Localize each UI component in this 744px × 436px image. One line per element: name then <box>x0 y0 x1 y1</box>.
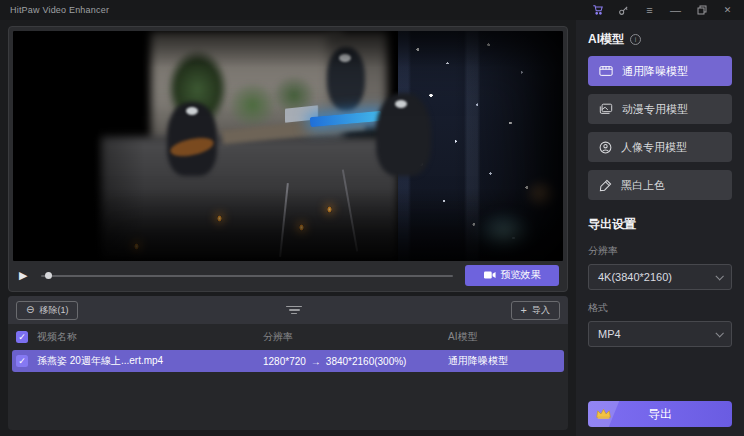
arrow-right-icon: → <box>311 356 321 367</box>
film-frame-icon <box>599 65 613 77</box>
remove-icon: ⊖ <box>26 305 34 315</box>
table-row[interactable]: ✓ 孫燕姿 20週年線上...ert.mp4 1280*720→3840*216… <box>12 350 564 372</box>
progress-track[interactable] <box>41 275 453 278</box>
minimize-icon[interactable]: — <box>669 4 682 17</box>
model-label: 通用降噪模型 <box>622 64 688 79</box>
preview-effect-label: 预览效果 <box>501 268 541 282</box>
ai-models-title: AI模型 <box>588 31 624 48</box>
row-model: 通用降噪模型 <box>448 354 560 368</box>
model-label: 人像专用模型 <box>621 140 687 155</box>
close-icon[interactable]: ✕ <box>721 4 734 17</box>
resolution-value: 4K(3840*2160) <box>598 271 672 283</box>
key-icon[interactable] <box>617 4 630 17</box>
cart-icon[interactable] <box>591 4 604 17</box>
model-button-colorize[interactable]: 黑白上色 <box>588 170 732 200</box>
import-label: 导入 <box>532 304 550 317</box>
file-list-toolbar: ⊖ 移除(1) + 导入 <box>8 296 568 324</box>
chevron-down-icon <box>715 272 723 280</box>
video-camera-icon <box>484 270 496 280</box>
model-button-general-denoise[interactable]: 通用降噪模型 <box>588 56 732 86</box>
model-button-anime[interactable]: 动漫专用模型 <box>588 94 732 124</box>
resolution-to: 3840*2160(300%) <box>326 356 407 367</box>
model-label: 动漫专用模型 <box>622 102 688 117</box>
import-button[interactable]: + 导入 <box>511 301 560 320</box>
column-header-model: AI模型 <box>448 330 560 344</box>
row-filename: 孫燕姿 20週年線上...ert.mp4 <box>37 354 263 368</box>
row-resolution: 1280*720→3840*2160(300%) <box>263 356 448 367</box>
collapse-handle-icon[interactable] <box>283 303 305 318</box>
file-list-panel: ⊖ 移除(1) + 导入 ✓ 视频名称 分辨率 AI模型 ✓ 孫燕姿 20週年線… <box>8 296 568 430</box>
titlebar: HitPaw Video Enhancer ≡ — ✕ <box>0 0 744 20</box>
column-header-resolution: 分辨率 <box>263 330 448 344</box>
info-icon[interactable]: i <box>630 34 641 45</box>
chevron-down-icon <box>715 329 723 337</box>
window-title: HitPaw Video Enhancer <box>10 5 109 15</box>
format-label: 格式 <box>588 301 732 315</box>
sidebar: AI模型 i 通用降噪模型 动漫专用模型 人像专用模型 黑白上色 导出设置 分辨… <box>576 20 744 436</box>
toolbar-spacer <box>78 303 510 318</box>
menu-icon[interactable]: ≡ <box>643 4 656 17</box>
ai-models-header: AI模型 i <box>588 31 732 48</box>
portrait-icon <box>599 141 612 154</box>
progress-slider[interactable] <box>41 270 453 280</box>
scene-vignette <box>13 31 563 261</box>
titlebar-icons: ≡ — ✕ <box>591 4 734 17</box>
export-button[interactable]: 导出 <box>588 401 732 427</box>
row-checkbox[interactable]: ✓ <box>16 355 28 367</box>
playback-controls: ▶ 预览效果 <box>19 264 559 286</box>
plus-icon: + <box>521 305 527 316</box>
column-header-name: 视频名称 <box>37 330 263 344</box>
select-all-checkbox[interactable]: ✓ <box>16 331 28 343</box>
export-label: 导出 <box>648 406 672 423</box>
video-preview-panel: ▶ 预览效果 <box>8 26 568 292</box>
model-label: 黑白上色 <box>621 178 665 193</box>
export-settings-title: 导出设置 <box>588 216 732 233</box>
resolution-label: 分辨率 <box>588 244 732 258</box>
progress-thumb[interactable] <box>45 272 52 279</box>
format-dropdown[interactable]: MP4 <box>588 321 732 347</box>
anime-picture-icon <box>599 103 613 115</box>
format-value: MP4 <box>598 328 621 340</box>
remove-button[interactable]: ⊖ 移除(1) <box>16 301 78 320</box>
model-button-portrait[interactable]: 人像专用模型 <box>588 132 732 162</box>
resolution-from: 1280*720 <box>263 356 306 367</box>
play-button[interactable]: ▶ <box>19 270 35 281</box>
resolution-dropdown[interactable]: 4K(3840*2160) <box>588 264 732 290</box>
video-frame <box>13 31 563 261</box>
preview-effect-button[interactable]: 预览效果 <box>465 265 559 286</box>
table-header: ✓ 视频名称 分辨率 AI模型 <box>8 324 568 350</box>
restore-icon[interactable] <box>695 4 708 17</box>
crown-icon <box>595 407 612 420</box>
remove-label: 移除(1) <box>39 304 68 317</box>
paint-brush-icon <box>599 179 612 192</box>
